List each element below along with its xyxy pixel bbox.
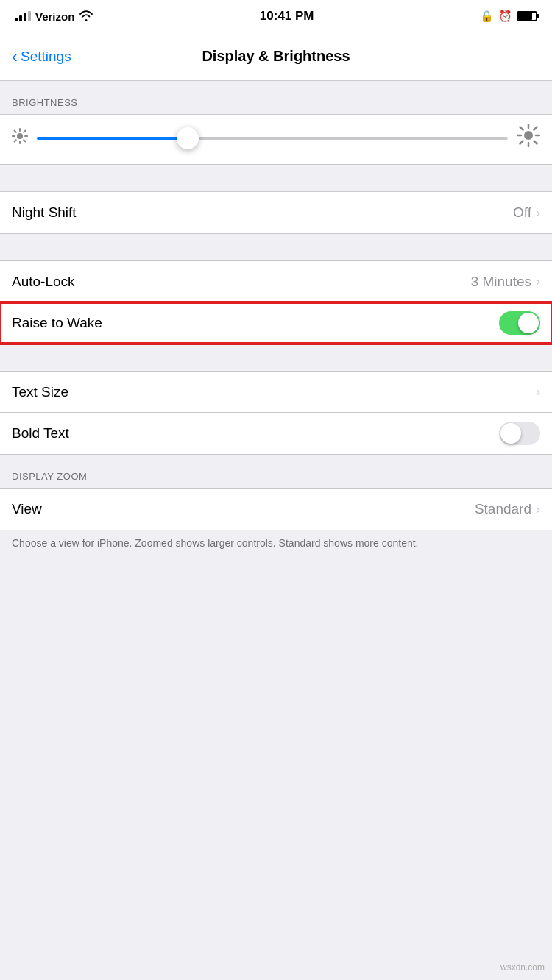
svg-point-9 [524, 131, 533, 140]
raise-to-wake-toggle-thumb [518, 313, 539, 333]
text-size-value: › [536, 384, 540, 400]
bold-text-toggle-thumb [500, 423, 521, 444]
text-size-row[interactable]: Text Size › [0, 372, 552, 413]
spacer-1 [0, 165, 552, 191]
signal-bars [15, 11, 31, 21]
status-left: Verizon [15, 10, 93, 24]
bold-text-row[interactable]: Bold Text [0, 413, 552, 454]
auto-lock-row[interactable]: Auto-Lock 3 Minutes › [0, 261, 552, 302]
svg-line-7 [24, 131, 25, 132]
auto-lock-chevron-icon: › [536, 274, 540, 289]
page-title: Display & Brightness [202, 48, 350, 65]
status-bar: Verizon 10:41 PM 🔒 ⏰ [0, 0, 552, 32]
night-shift-label: Night Shift [12, 205, 77, 221]
lock-icon: 🔒 [480, 10, 494, 23]
night-shift-chevron-icon: › [536, 205, 540, 221]
display-zoom-section-header: DISPLAY ZOOM [0, 455, 552, 488]
auto-lock-value: 3 Minutes › [471, 274, 540, 290]
back-button[interactable]: ‹ Settings [12, 48, 71, 65]
brightness-slider-row [12, 124, 540, 152]
view-chevron-icon: › [536, 502, 540, 517]
brightness-slider[interactable] [37, 137, 508, 140]
text-group: Text Size › Bold Text [0, 371, 552, 455]
status-right: 🔒 ⏰ [480, 10, 537, 23]
watermark: wsxdn.com [500, 962, 545, 973]
view-row[interactable]: View Standard › [0, 489, 552, 530]
alarm-icon: ⏰ [498, 10, 512, 23]
time-display: 10:41 PM [260, 9, 314, 24]
wifi-icon [79, 10, 93, 24]
brightness-section [0, 114, 552, 165]
svg-line-16 [534, 127, 537, 130]
svg-line-17 [520, 141, 523, 144]
night-shift-group: Night Shift Off › [0, 191, 552, 234]
brightness-high-icon [517, 124, 540, 152]
settings-content: BRIGHTNESS [0, 81, 552, 563]
lock-wake-group: Auto-Lock 3 Minutes › Raise to Wake [0, 260, 552, 344]
spacer-2 [0, 234, 552, 260]
spacer-3 [0, 344, 552, 371]
text-size-label: Text Size [12, 384, 68, 400]
view-label: View [12, 501, 42, 517]
svg-line-5 [15, 131, 16, 132]
raise-to-wake-row[interactable]: Raise to Wake [0, 302, 552, 344]
back-label: Settings [21, 49, 71, 65]
auto-lock-label: Auto-Lock [12, 274, 75, 290]
auto-lock-value-text: 3 Minutes [471, 274, 531, 290]
view-value: Standard › [475, 501, 540, 517]
raise-to-wake-toggle[interactable] [499, 311, 540, 335]
raise-to-wake-label: Raise to Wake [12, 315, 102, 331]
svg-line-8 [15, 140, 16, 141]
bold-text-label: Bold Text [12, 425, 69, 441]
back-chevron-icon: ‹ [12, 48, 18, 65]
night-shift-value: Off › [513, 205, 540, 221]
brightness-section-header: BRIGHTNESS [0, 81, 552, 114]
display-zoom-note: Choose a view for iPhone. Zoomed shows l… [0, 530, 552, 563]
display-zoom-group: View Standard › [0, 488, 552, 530]
svg-line-6 [24, 140, 25, 141]
carrier-label: Verizon [35, 10, 74, 23]
svg-line-14 [520, 127, 523, 130]
nav-bar: ‹ Settings Display & Brightness [0, 32, 552, 81]
text-size-chevron-icon: › [536, 384, 540, 400]
svg-point-0 [17, 133, 23, 139]
bold-text-toggle[interactable] [499, 422, 540, 445]
battery-icon [517, 11, 537, 21]
night-shift-row[interactable]: Night Shift Off › [0, 192, 552, 233]
view-value-text: Standard [475, 501, 531, 517]
brightness-low-icon [12, 128, 28, 148]
svg-line-15 [534, 141, 537, 144]
night-shift-value-text: Off [513, 205, 531, 221]
